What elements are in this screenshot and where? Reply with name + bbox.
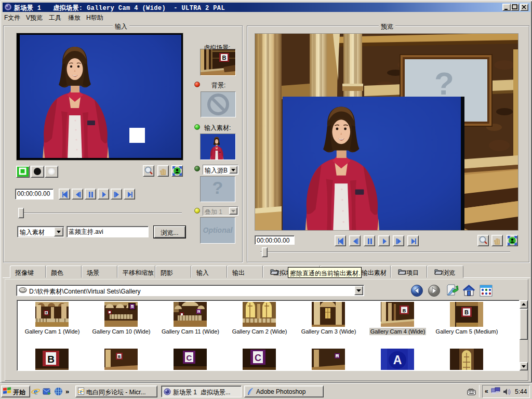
svg-text:C: C	[187, 353, 192, 362]
svg-text:A: A	[393, 353, 402, 367]
svg-text:B: B	[403, 308, 406, 313]
svg-text:C: C	[131, 305, 134, 309]
svg-text:e: e	[79, 388, 83, 395]
svg-text:B: B	[464, 309, 469, 315]
svg-text:?: ?	[434, 65, 454, 101]
svg-text:B: B	[222, 55, 227, 61]
svg-text:c: c	[336, 355, 338, 358]
svg-text:B: B	[45, 311, 47, 314]
svg-text:B: B	[118, 355, 121, 358]
svg-text:e: e	[34, 387, 38, 396]
svg-text:B: B	[47, 354, 55, 365]
svg-text:C: C	[255, 353, 261, 363]
